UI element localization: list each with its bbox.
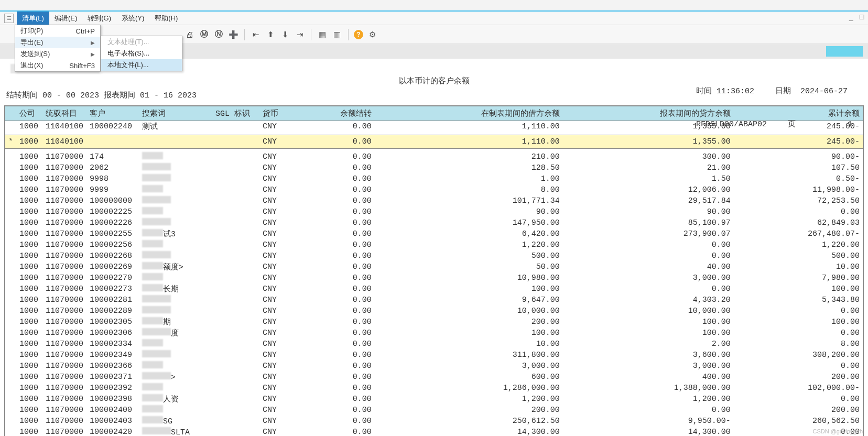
menu-help[interactable]: 帮助(H) (149, 12, 183, 25)
col-currency[interactable]: 货币 (259, 106, 291, 121)
table-row[interactable]: 1000110700009998CNY0.001.001.500.50- (5, 173, 863, 184)
menu-sendto[interactable]: 发送到(S)▶ (15, 48, 100, 60)
menu-list[interactable]: 清单(L) (17, 12, 49, 25)
table-row[interactable]: 100011070000100002403SGCNY0.00250,612.50… (5, 416, 863, 427)
table-row[interactable]: 100011070000100000000CNY0.00101,771.3429… (5, 195, 863, 206)
first-page-icon[interactable]: ⇤ (250, 29, 262, 40)
submenu-local-file[interactable]: 本地文件(L)... (101, 59, 182, 71)
table-row[interactable]: 100011070000100002392CNY0.001,286,000.00… (5, 383, 863, 394)
print-icon[interactable]: 🖨 (183, 29, 195, 40)
table-row[interactable]: 100011070000100002273长期CNY0.00100.000.00… (5, 284, 863, 295)
settings-icon[interactable]: ⚙ (366, 29, 378, 40)
add-icon[interactable]: ➕ (227, 29, 239, 40)
menubar: ☰ 清单(L) 编辑(E) 转到(G) 系统(Y) 帮助(H) _ □ (0, 10, 868, 25)
col-customer[interactable]: 客户 (86, 106, 139, 121)
maximize-icon[interactable]: □ (858, 13, 866, 21)
table-row[interactable]: 100011070000100002400CNY0.00200.000.0020… (5, 405, 863, 416)
window-title (0, 0, 868, 10)
find-next-icon[interactable]: Ⓝ (213, 29, 224, 40)
table-row[interactable]: 100011070000100002256CNY0.001,220.000.00… (5, 239, 863, 250)
highlight-box (826, 46, 863, 57)
submenu-spreadsheet[interactable]: 电子表格(S)... (101, 48, 182, 59)
table-row[interactable]: 100011070000100002225CNY0.0090.0090.000.… (5, 206, 863, 217)
table-row[interactable]: 100011070000100002371>CNY0.00600.00400.0… (5, 372, 863, 383)
table-row[interactable]: 100011070000100002366CNY0.003,000.003,00… (5, 361, 863, 372)
layout2-icon[interactable]: ▥ (331, 29, 343, 40)
table-row[interactable]: 100011070000100002289CNY0.0010,000.0010,… (5, 306, 863, 317)
table-row[interactable]: 100011070000100002255试3CNY0.006,420.0027… (5, 228, 863, 239)
table-row[interactable]: 100011070000100002306度CNY0.00100.00100.0… (5, 328, 863, 339)
minimize-icon[interactable]: _ (847, 13, 855, 21)
table-row[interactable]: 100011070000100002269额度>CNY0.0050.0040.0… (5, 261, 863, 272)
table-row[interactable]: 100011070000100002268CNY0.00500.000.0050… (5, 250, 863, 261)
last-page-icon[interactable]: ⇥ (294, 29, 306, 40)
col-sgl[interactable]: SGL 标识 (212, 106, 259, 121)
table-row[interactable]: 100011070000100002305期CNY0.00200.00100.0… (5, 317, 863, 328)
menu-exit[interactable]: 退出(X)Shift+F3 (15, 60, 100, 71)
next-page-icon[interactable]: ⬇ (279, 29, 291, 40)
watermark: CSDN @gavin_gxh (812, 428, 863, 434)
export-submenu: 文本处理(T)... 电子表格(S)... 本地文件(L)... (101, 36, 182, 71)
col-gl[interactable]: 统驭科目 (42, 106, 86, 121)
col-company[interactable]: 公司 (16, 106, 42, 121)
col-cf[interactable]: 余额结转 (291, 106, 375, 121)
find-icon[interactable]: Ⓜ (198, 29, 210, 40)
table-row[interactable]: 100011070000100002398人资CNY0.001,200.001,… (5, 394, 863, 405)
submenu-text-processing[interactable]: 文本处理(T)... (101, 36, 182, 48)
prev-page-icon[interactable]: ⬆ (265, 29, 276, 40)
menu-edit[interactable]: 编辑(E) (49, 12, 82, 25)
report-meta: 时间 11:36:02 日期 2024-06-27 RFDSLD00/ABAP0… (696, 64, 852, 152)
menu-system[interactable]: 系统(Y) (116, 12, 149, 25)
table-row[interactable]: 100011070000100002270CNY0.0010,980.003,0… (5, 272, 863, 284)
table-row[interactable]: 100011070000100002349CNY0.00311,800.003,… (5, 350, 863, 361)
report-grid: 公司 统驭科目 客户 搜索词 SGL 标识 货币 余额结转 在制表期间的借方余额… (4, 105, 864, 436)
menu-goto[interactable]: 转到(G) (82, 12, 116, 25)
table-row[interactable]: 1000110700002062CNY0.00128.5021.00107.50 (5, 162, 863, 173)
list-menu-dropdown: 打印(P)Ctrl+P 导出(E)▶ 发送到(S)▶ 退出(X)Shift+F3 (15, 25, 101, 72)
menu-export[interactable]: 导出(E)▶ (15, 37, 100, 48)
app-icon[interactable]: ☰ (4, 14, 14, 23)
col-debit[interactable]: 在制表期间的借方余额 (375, 106, 563, 121)
table-row[interactable]: 1000110700009999CNY0.008.0012,006.0011,9… (5, 184, 863, 195)
table-row[interactable]: 100011070000100002226CNY0.00147,950.0085… (5, 217, 863, 228)
table-row[interactable]: 100011070000100002334CNY0.0010.002.008.0… (5, 339, 863, 350)
table-row[interactable]: 100011070000100002420SLTACNY0.0014,300.0… (5, 427, 863, 436)
table-row[interactable]: 100011070000100002281CNY0.009,647.004,30… (5, 295, 863, 306)
menu-print[interactable]: 打印(P)Ctrl+P (15, 25, 100, 37)
layout-icon[interactable]: ▦ (317, 29, 328, 40)
help-icon[interactable]: ? (354, 30, 363, 39)
col-search[interactable]: 搜索词 (139, 106, 212, 121)
